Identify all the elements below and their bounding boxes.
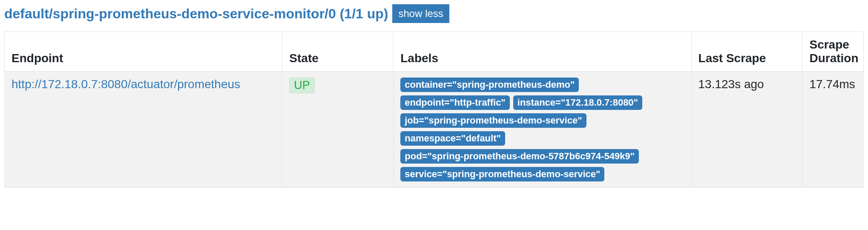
targets-table: Endpoint State Labels Last Scrape Scrape… — [4, 32, 864, 188]
cell-state: UP — [282, 72, 394, 188]
label-badge: container="spring-prometheus-demo" — [400, 78, 579, 92]
label-badge: namespace="default" — [400, 131, 505, 146]
cell-endpoint: http://172.18.0.7:8080/actuator/promethe… — [5, 72, 282, 188]
label-badge: pod="spring-prometheus-demo-5787b6c974-5… — [400, 149, 639, 164]
state-badge: UP — [289, 78, 315, 93]
endpoint-link[interactable]: http://172.18.0.7:8080/actuator/promethe… — [11, 78, 240, 91]
col-header-labels: Labels — [394, 32, 691, 72]
label-badge: job="spring-prometheus-demo-service" — [400, 113, 586, 128]
pool-header: default/spring-prometheus-demo-service-m… — [4, 4, 864, 23]
label-badge: service="spring-prometheus-demo-service" — [400, 167, 604, 181]
cell-labels: container="spring-prometheus-demo" endpo… — [394, 72, 691, 188]
cell-scrape-duration: 17.74ms — [802, 72, 864, 188]
table-row: http://172.18.0.7:8080/actuator/promethe… — [5, 72, 864, 188]
labels-container: container="spring-prometheus-demo" endpo… — [400, 78, 684, 181]
label-badge: instance="172.18.0.7:8080" — [513, 95, 642, 110]
col-header-endpoint: Endpoint — [5, 32, 282, 72]
pool-title-link[interactable]: default/spring-prometheus-demo-service-m… — [4, 6, 388, 22]
col-header-last-scrape: Last Scrape — [691, 32, 802, 72]
cell-last-scrape: 13.123s ago — [691, 72, 802, 188]
label-badge: endpoint="http-traffic" — [400, 95, 510, 110]
table-header-row: Endpoint State Labels Last Scrape Scrape… — [5, 32, 864, 72]
col-header-scrape-duration: Scrape Duration — [802, 32, 864, 72]
col-header-state: State — [282, 32, 394, 72]
show-less-button[interactable]: show less — [392, 4, 449, 23]
